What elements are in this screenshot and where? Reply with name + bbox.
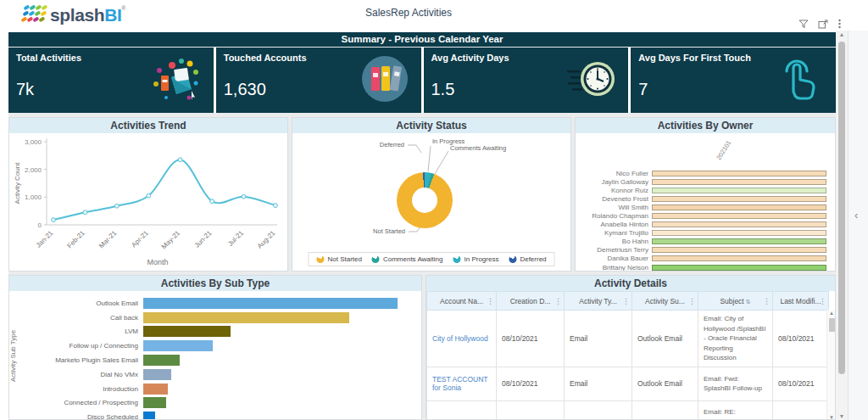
kpi-total-activities[interactable]: Total Activities 7k: [8, 48, 214, 113]
subtype-label: Call back: [35, 314, 143, 322]
svg-text:Mar-21: Mar-21: [97, 229, 119, 250]
owner-row[interactable]: Brittany Nelson: [581, 263, 826, 272]
column-header-label: Account Na...: [440, 297, 483, 305]
legend-item-not-started[interactable]: Not Started: [316, 255, 361, 263]
page-scroll-thumb[interactable]: [838, 42, 845, 374]
sort-icon[interactable]: ⇅: [746, 299, 751, 305]
subtype-bar[interactable]: [143, 298, 398, 309]
trend-point-Jun-21[interactable]: [210, 199, 214, 204]
owner-row[interactable]: Rolando Chapman: [581, 211, 826, 220]
owner-heat-cell[interactable]: [652, 171, 826, 176]
table-scroll-thumb[interactable]: [829, 318, 835, 332]
column-menu-icon[interactable]: ⋮: [819, 297, 826, 305]
owner-row[interactable]: Demetriusn Terry: [581, 246, 826, 255]
column-menu-icon[interactable]: ⋮: [622, 297, 630, 305]
owner-heat-cell[interactable]: [652, 213, 826, 219]
subtype-bar[interactable]: [143, 312, 349, 323]
owner-heat-cell[interactable]: [652, 265, 826, 271]
column-header-subject[interactable]: Subject⇅⋮: [698, 292, 773, 311]
panel-activity-details: Activity Details Account Na...⋮Creation …: [426, 275, 836, 420]
legend-item-comments-awaiting[interactable]: Comments Awaiting: [372, 255, 443, 263]
collapse-panel-icon[interactable]: ‹: [854, 209, 858, 221]
table-scroll-up-icon[interactable]: ▲: [827, 311, 836, 316]
column-menu-icon[interactable]: ⋮: [554, 297, 562, 305]
owner-heat-cell[interactable]: [652, 179, 826, 185]
owner-heat-cell[interactable]: [652, 196, 826, 202]
subtype-bar[interactable]: [143, 397, 166, 408]
column-header-activity-su[interactable]: Activity Su...⋮: [632, 292, 698, 311]
column-menu-icon[interactable]: ⋮: [763, 297, 771, 305]
page-scroll-up-icon[interactable]: ▲: [836, 31, 848, 37]
trend-point-Jul-21[interactable]: [242, 194, 246, 199]
creation-date-cell: [497, 400, 565, 420]
owner-row[interactable]: Jaylin Galloway: [581, 177, 826, 186]
owner-row[interactable]: Kymani Trujillo: [581, 229, 826, 238]
owner-heat-cell[interactable]: [652, 238, 826, 244]
owner-row[interactable]: Bo Hahn: [581, 238, 826, 246]
column-menu-icon[interactable]: ⋮: [487, 297, 494, 305]
filter-icon[interactable]: [798, 20, 809, 29]
subtype-row: Follow up / Connecting: [35, 339, 416, 353]
owner-name-label: Anabella Hinton: [581, 221, 652, 228]
owner-row[interactable]: Nico Fuller: [581, 169, 826, 177]
owner-row[interactable]: Deveneto Frost: [581, 194, 826, 203]
expand-icon[interactable]: [818, 20, 828, 29]
kpi-label: Avg Activity Days: [431, 53, 509, 63]
trend-point-Aug-21[interactable]: [274, 204, 278, 208]
trend-point-Mar-21[interactable]: [114, 204, 119, 208]
owner-heat-cell[interactable]: [652, 255, 826, 261]
legend-pie-icon: [370, 254, 381, 265]
column-header-last-modifi[interactable]: Last Modifi...⋮: [773, 292, 829, 311]
owner-row[interactable]: Danika Bauer: [581, 255, 826, 263]
account-link[interactable]: TEST ACCOUNT for: [427, 400, 497, 420]
table-scroll-down-icon[interactable]: ▼: [827, 415, 836, 420]
owner-heat-cell[interactable]: [652, 221, 826, 227]
trend-line-chart[interactable]: 01,0002,0003,000Jan-21Feb-21Mar-21Apr-21…: [9, 133, 287, 271]
owner-column-label: 202101: [715, 139, 732, 161]
subtype-bar[interactable]: [143, 326, 231, 337]
owner-heat-cell[interactable]: [652, 188, 826, 193]
subject-cell: Email: RE: SplashDM- What do we do with …: [698, 400, 773, 420]
kpi-value: 1,630: [224, 80, 266, 99]
column-header-account-na[interactable]: Account Na...⋮: [427, 292, 497, 311]
subtype-label: LVM: [35, 328, 143, 335]
account-link[interactable]: City of Hollywood: [427, 311, 497, 367]
subtype-bar-chart: Outlook EmailCall backLVMFollow up / Con…: [35, 296, 416, 420]
page-scrollbar[interactable]: ▲ ▼: [836, 31, 848, 420]
kpi-avg-activity-days[interactable]: Avg Activity Days 1.5: [424, 48, 629, 113]
legend-item-deferred[interactable]: Deferred: [509, 255, 546, 263]
subtype-bar[interactable]: [143, 369, 171, 380]
column-header-label: Activity Su...: [645, 297, 685, 305]
account-link[interactable]: TEST ACCOUNT for Sonia: [427, 367, 497, 400]
owner-name-label: Deveneto Frost: [581, 195, 652, 203]
filter-panel-strip: ‹: [848, 31, 868, 420]
legend-item-in-progress[interactable]: In Progress: [453, 255, 499, 263]
owner-heat-cell[interactable]: [652, 230, 826, 236]
legend-label: Not Started: [327, 255, 361, 263]
column-header-activity-ty[interactable]: Activity Ty...⋮: [565, 292, 632, 311]
subtype-bar[interactable]: [143, 340, 213, 351]
status-chart-body: Deferred In Progress Comments Awaiting N…: [292, 133, 570, 271]
owner-row[interactable]: Konnor Ruiz: [581, 186, 826, 194]
subtype-bar[interactable]: [143, 355, 180, 366]
subtype-bar[interactable]: [143, 412, 155, 420]
trend-point-May-21[interactable]: [178, 158, 182, 162]
trend-point-Feb-21[interactable]: [83, 210, 87, 215]
page-scroll-down-icon[interactable]: ▼: [836, 413, 848, 419]
trend-point-Apr-21[interactable]: [147, 193, 151, 198]
owner-heat-cell[interactable]: [652, 204, 826, 210]
owner-row[interactable]: Anabella Hinton: [581, 221, 826, 229]
column-menu-icon[interactable]: ⋮: [688, 297, 696, 305]
subtype-bar[interactable]: [143, 384, 168, 395]
kpi-avg-days-first-touch[interactable]: Avg Days For First Touch 7: [631, 48, 836, 113]
creation-date-cell: 08/10/2021: [497, 367, 565, 400]
owner-row[interactable]: Will Smith: [581, 203, 826, 211]
last-modified-cell: [773, 400, 829, 420]
table-scrollbar[interactable]: ▲ ▼: [826, 310, 835, 420]
kpi-touched-accounts[interactable]: Touched Accounts 1,630: [216, 48, 421, 113]
trend-point-Jan-21[interactable]: [52, 218, 56, 222]
more-menu-icon[interactable]: [837, 19, 842, 29]
column-header-creation-d[interactable]: Creation D...⋮: [497, 292, 565, 311]
owner-heat-cell[interactable]: [652, 247, 826, 253]
email-envelope-icon: [149, 55, 202, 106]
